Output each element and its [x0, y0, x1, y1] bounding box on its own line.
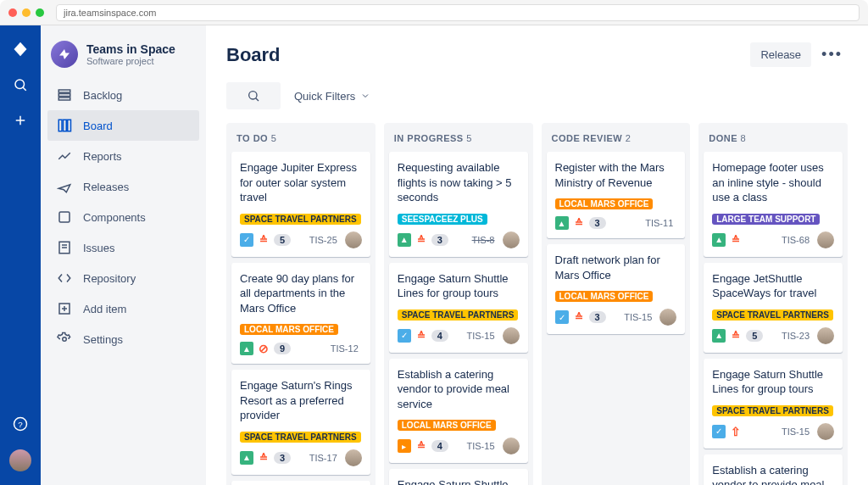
assignee-avatar[interactable]	[503, 327, 520, 344]
board-columns: TO DO 5Engage Jupiter Express for outer …	[226, 123, 848, 485]
project-header[interactable]: Teams in Space Software project	[47, 41, 199, 80]
project-type: Software project	[86, 56, 175, 66]
issue-key: TIS-15	[466, 441, 494, 451]
card-label: LOCAL MARS OFFICE	[555, 291, 654, 302]
card-label: SPACE TRAVEL PARTNERS	[240, 214, 361, 225]
card-title: Establish a catering vendor to provide m…	[398, 367, 520, 412]
issue-card[interactable]: Engage Saturn Shuttle Lines for group to…	[389, 469, 528, 485]
sidebar-item-components[interactable]: Components	[47, 202, 199, 232]
svg-rect-9	[58, 120, 62, 131]
svg-rect-6	[58, 90, 70, 92]
priority-icon	[572, 310, 586, 324]
sidebar-item-releases[interactable]: Releases	[47, 171, 199, 202]
main-content: Board Release ••• Quick Filters TO DO 5E…	[206, 25, 868, 485]
story-points: 4	[431, 440, 448, 452]
sidebar-item-add[interactable]: Add item	[47, 293, 199, 324]
priority-icon	[415, 233, 428, 247]
sidebar-item-board[interactable]: Board	[47, 110, 199, 141]
minimize-window-icon[interactable]	[22, 8, 31, 17]
more-actions-icon[interactable]: •••	[816, 41, 848, 69]
card-title: Engage Saturn Shuttle Lines for group to…	[398, 477, 520, 485]
priority-icon	[257, 451, 270, 465]
assignee-avatar[interactable]	[345, 231, 362, 248]
maximize-window-icon[interactable]	[36, 8, 44, 17]
issue-key: TIS-15	[624, 312, 652, 322]
assignee-avatar[interactable]	[817, 423, 834, 440]
issue-type-icon: ▲	[712, 329, 726, 343]
card-title: Engage Saturn Shuttle Lines for group to…	[398, 271, 520, 301]
quick-filters-label: Quick Filters	[294, 90, 355, 103]
issue-key: TIS-11	[645, 218, 673, 228]
svg-point-20	[249, 92, 257, 99]
search-icon[interactable]	[10, 75, 31, 95]
issue-card[interactable]: Establish a catering vendor to provide m…	[704, 454, 843, 485]
sidebar-item-label: Issues	[83, 242, 115, 254]
issue-card[interactable]: Engage Saturn's Rings Resort as a prefer…	[231, 370, 370, 475]
page-title: Board	[226, 44, 281, 66]
issue-card[interactable]: Establish a catering vendor to provide m…	[389, 359, 528, 464]
issue-key: TIS-25	[309, 235, 337, 245]
issue-key: TIS-17	[309, 453, 337, 463]
search-input[interactable]	[226, 82, 281, 109]
assignee-avatar[interactable]	[659, 309, 676, 326]
card-title: Homepage footer uses an inline style - s…	[712, 160, 834, 205]
chevron-down-icon	[360, 91, 370, 101]
priority-icon	[257, 233, 270, 247]
issue-card[interactable]: Engage Jupiter Express for outer solar s…	[231, 152, 370, 257]
svg-point-19	[63, 337, 67, 342]
quick-filters-dropdown[interactable]: Quick Filters	[294, 90, 370, 103]
issue-card[interactable]: Create 90 day plans for all departments …	[231, 263, 370, 365]
svg-line-21	[256, 98, 259, 101]
card-title: Requesting available flights is now taki…	[398, 160, 520, 205]
issue-card[interactable]: Requesting available flights is now taki…	[389, 152, 528, 257]
issue-card[interactable]: Engage Saturn Shuttle Lines for group to…	[704, 359, 843, 449]
assignee-avatar[interactable]	[817, 231, 834, 248]
card-title: Create 90 day plans for all departments …	[240, 271, 362, 316]
sidebar-item-repository[interactable]: Repository	[47, 263, 199, 293]
issue-card[interactable]: Enable Speedy SpaceCraft as the preferre…	[231, 481, 370, 485]
board-column: CODE REVIEW 2Register with the Mars Mini…	[542, 123, 691, 485]
card-title: Engage Jupiter Express for outer solar s…	[240, 160, 362, 205]
sidebar-item-issues[interactable]: Issues	[47, 232, 199, 263]
priority-icon	[729, 233, 743, 247]
svg-line-1	[23, 87, 26, 91]
issue-type-icon: ✓	[555, 310, 569, 324]
card-title: Engage Saturn's Rings Resort as a prefer…	[240, 378, 362, 423]
sidebar-item-label: Settings	[83, 333, 123, 346]
board-column: IN PROGRESS 5Requesting available flight…	[384, 123, 533, 485]
issue-card[interactable]: Engage JetShuttle SpaceWays for travelSP…	[704, 263, 843, 353]
assignee-avatar[interactable]	[345, 449, 362, 466]
sidebar-item-backlog[interactable]: Backlog	[47, 80, 199, 110]
card-label: SPACE TRAVEL PARTNERS	[240, 432, 361, 443]
issue-key: TIS-15	[782, 426, 810, 437]
sidebar-item-settings[interactable]: Settings	[47, 324, 199, 354]
user-avatar[interactable]	[9, 449, 31, 471]
priority-icon	[729, 329, 743, 343]
jira-logo-icon[interactable]	[10, 39, 31, 59]
priority-icon	[415, 329, 428, 343]
assignee-avatar[interactable]	[503, 231, 520, 248]
project-sidebar: Teams in Space Software project Backlog …	[41, 25, 206, 485]
card-title: Engage Saturn Shuttle Lines for group to…	[712, 367, 834, 397]
release-button[interactable]: Release	[750, 42, 811, 67]
url-bar[interactable]: jira.teamsinspace.com	[56, 4, 860, 21]
issue-card[interactable]: Register with the Mars Ministry of Reven…	[547, 152, 686, 238]
issue-card[interactable]: Draft network plan for Mars OfficeLOCAL …	[547, 244, 686, 334]
assignee-avatar[interactable]	[503, 438, 520, 454]
assignee-avatar[interactable]	[817, 327, 834, 344]
issue-key: TIS-15	[466, 331, 494, 341]
backlog-icon	[56, 86, 73, 103]
card-label: LOCAL MARS OFFICE	[398, 420, 496, 431]
issue-key: TIS-12	[331, 343, 359, 354]
issue-type-icon: ✓	[712, 425, 726, 438]
column-header: CODE REVIEW 2	[547, 130, 686, 152]
issue-card[interactable]: Engage Saturn Shuttle Lines for group to…	[389, 263, 528, 353]
card-label: SPACE TRAVEL PARTNERS	[712, 309, 833, 321]
create-icon[interactable]	[10, 110, 31, 131]
sidebar-item-reports[interactable]: Reports	[47, 141, 199, 171]
card-label: LOCAL MARS OFFICE	[240, 324, 338, 335]
issue-card[interactable]: Homepage footer uses an inline style - s…	[704, 152, 843, 257]
help-icon[interactable]: ?	[10, 414, 31, 434]
project-icon	[51, 41, 78, 68]
close-window-icon[interactable]	[8, 8, 17, 17]
